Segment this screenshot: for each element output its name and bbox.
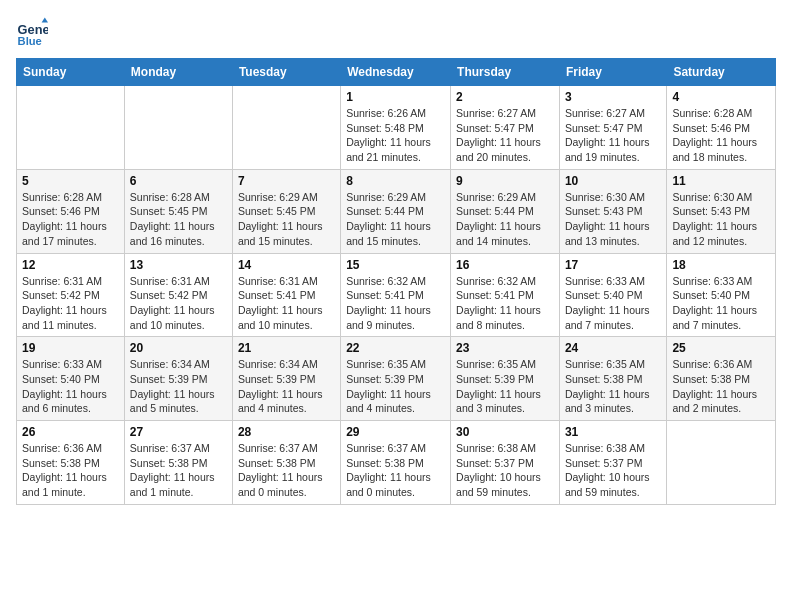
weekday-header-thursday: Thursday [451,59,560,86]
day-number: 9 [456,174,554,188]
day-info: Sunrise: 6:27 AM Sunset: 5:47 PM Dayligh… [456,106,554,165]
day-info: Sunrise: 6:30 AM Sunset: 5:43 PM Dayligh… [565,190,661,249]
day-number: 31 [565,425,661,439]
day-info: Sunrise: 6:31 AM Sunset: 5:42 PM Dayligh… [130,274,227,333]
day-info: Sunrise: 6:34 AM Sunset: 5:39 PM Dayligh… [238,357,335,416]
day-info: Sunrise: 6:29 AM Sunset: 5:44 PM Dayligh… [346,190,445,249]
calendar-cell: 23Sunrise: 6:35 AM Sunset: 5:39 PM Dayli… [451,337,560,421]
weekday-header-tuesday: Tuesday [232,59,340,86]
day-number: 8 [346,174,445,188]
calendar-cell: 10Sunrise: 6:30 AM Sunset: 5:43 PM Dayli… [559,169,666,253]
day-number: 29 [346,425,445,439]
calendar-cell: 6Sunrise: 6:28 AM Sunset: 5:45 PM Daylig… [124,169,232,253]
calendar-cell: 29Sunrise: 6:37 AM Sunset: 5:38 PM Dayli… [341,421,451,505]
day-number: 4 [672,90,770,104]
weekday-header-row: SundayMondayTuesdayWednesdayThursdayFrid… [17,59,776,86]
day-info: Sunrise: 6:32 AM Sunset: 5:41 PM Dayligh… [456,274,554,333]
day-number: 14 [238,258,335,272]
calendar-cell: 21Sunrise: 6:34 AM Sunset: 5:39 PM Dayli… [232,337,340,421]
day-number: 24 [565,341,661,355]
day-number: 16 [456,258,554,272]
day-number: 27 [130,425,227,439]
day-info: Sunrise: 6:38 AM Sunset: 5:37 PM Dayligh… [565,441,661,500]
calendar-week-row: 5Sunrise: 6:28 AM Sunset: 5:46 PM Daylig… [17,169,776,253]
svg-marker-2 [42,18,48,23]
day-number: 5 [22,174,119,188]
weekday-header-saturday: Saturday [667,59,776,86]
calendar-cell: 30Sunrise: 6:38 AM Sunset: 5:37 PM Dayli… [451,421,560,505]
day-info: Sunrise: 6:33 AM Sunset: 5:40 PM Dayligh… [565,274,661,333]
calendar-cell: 3Sunrise: 6:27 AM Sunset: 5:47 PM Daylig… [559,86,666,170]
day-info: Sunrise: 6:31 AM Sunset: 5:41 PM Dayligh… [238,274,335,333]
calendar-cell: 9Sunrise: 6:29 AM Sunset: 5:44 PM Daylig… [451,169,560,253]
weekday-header-monday: Monday [124,59,232,86]
calendar-cell: 31Sunrise: 6:38 AM Sunset: 5:37 PM Dayli… [559,421,666,505]
calendar-week-row: 12Sunrise: 6:31 AM Sunset: 5:42 PM Dayli… [17,253,776,337]
day-number: 7 [238,174,335,188]
day-info: Sunrise: 6:30 AM Sunset: 5:43 PM Dayligh… [672,190,770,249]
day-info: Sunrise: 6:27 AM Sunset: 5:47 PM Dayligh… [565,106,661,165]
day-info: Sunrise: 6:28 AM Sunset: 5:46 PM Dayligh… [22,190,119,249]
calendar-cell: 16Sunrise: 6:32 AM Sunset: 5:41 PM Dayli… [451,253,560,337]
calendar-cell: 24Sunrise: 6:35 AM Sunset: 5:38 PM Dayli… [559,337,666,421]
calendar-cell: 2Sunrise: 6:27 AM Sunset: 5:47 PM Daylig… [451,86,560,170]
day-info: Sunrise: 6:37 AM Sunset: 5:38 PM Dayligh… [346,441,445,500]
day-info: Sunrise: 6:32 AM Sunset: 5:41 PM Dayligh… [346,274,445,333]
weekday-header-wednesday: Wednesday [341,59,451,86]
day-info: Sunrise: 6:38 AM Sunset: 5:37 PM Dayligh… [456,441,554,500]
day-number: 11 [672,174,770,188]
calendar-cell: 17Sunrise: 6:33 AM Sunset: 5:40 PM Dayli… [559,253,666,337]
calendar-cell: 27Sunrise: 6:37 AM Sunset: 5:38 PM Dayli… [124,421,232,505]
day-number: 28 [238,425,335,439]
calendar-cell: 18Sunrise: 6:33 AM Sunset: 5:40 PM Dayli… [667,253,776,337]
calendar-table: SundayMondayTuesdayWednesdayThursdayFrid… [16,58,776,505]
calendar-cell: 19Sunrise: 6:33 AM Sunset: 5:40 PM Dayli… [17,337,125,421]
day-number: 6 [130,174,227,188]
logo-icon: General Blue [16,16,48,48]
day-number: 22 [346,341,445,355]
calendar-cell: 8Sunrise: 6:29 AM Sunset: 5:44 PM Daylig… [341,169,451,253]
day-number: 13 [130,258,227,272]
calendar-cell: 25Sunrise: 6:36 AM Sunset: 5:38 PM Dayli… [667,337,776,421]
day-info: Sunrise: 6:28 AM Sunset: 5:46 PM Dayligh… [672,106,770,165]
calendar-cell: 14Sunrise: 6:31 AM Sunset: 5:41 PM Dayli… [232,253,340,337]
day-info: Sunrise: 6:35 AM Sunset: 5:39 PM Dayligh… [346,357,445,416]
day-number: 2 [456,90,554,104]
day-info: Sunrise: 6:29 AM Sunset: 5:44 PM Dayligh… [456,190,554,249]
weekday-header-friday: Friday [559,59,666,86]
day-number: 18 [672,258,770,272]
day-number: 21 [238,341,335,355]
calendar-cell: 4Sunrise: 6:28 AM Sunset: 5:46 PM Daylig… [667,86,776,170]
day-number: 23 [456,341,554,355]
day-info: Sunrise: 6:36 AM Sunset: 5:38 PM Dayligh… [672,357,770,416]
day-info: Sunrise: 6:26 AM Sunset: 5:48 PM Dayligh… [346,106,445,165]
calendar-cell: 15Sunrise: 6:32 AM Sunset: 5:41 PM Dayli… [341,253,451,337]
day-number: 19 [22,341,119,355]
day-info: Sunrise: 6:35 AM Sunset: 5:38 PM Dayligh… [565,357,661,416]
calendar-cell: 5Sunrise: 6:28 AM Sunset: 5:46 PM Daylig… [17,169,125,253]
day-info: Sunrise: 6:34 AM Sunset: 5:39 PM Dayligh… [130,357,227,416]
calendar-cell [232,86,340,170]
day-number: 30 [456,425,554,439]
weekday-header-sunday: Sunday [17,59,125,86]
calendar-cell [17,86,125,170]
calendar-week-row: 26Sunrise: 6:36 AM Sunset: 5:38 PM Dayli… [17,421,776,505]
day-info: Sunrise: 6:31 AM Sunset: 5:42 PM Dayligh… [22,274,119,333]
day-number: 12 [22,258,119,272]
calendar-cell: 13Sunrise: 6:31 AM Sunset: 5:42 PM Dayli… [124,253,232,337]
day-number: 15 [346,258,445,272]
calendar-week-row: 1Sunrise: 6:26 AM Sunset: 5:48 PM Daylig… [17,86,776,170]
calendar-cell: 22Sunrise: 6:35 AM Sunset: 5:39 PM Dayli… [341,337,451,421]
calendar-cell: 1Sunrise: 6:26 AM Sunset: 5:48 PM Daylig… [341,86,451,170]
calendar-week-row: 19Sunrise: 6:33 AM Sunset: 5:40 PM Dayli… [17,337,776,421]
day-number: 1 [346,90,445,104]
calendar-cell: 28Sunrise: 6:37 AM Sunset: 5:38 PM Dayli… [232,421,340,505]
calendar-cell: 26Sunrise: 6:36 AM Sunset: 5:38 PM Dayli… [17,421,125,505]
day-number: 3 [565,90,661,104]
day-number: 25 [672,341,770,355]
day-number: 26 [22,425,119,439]
day-number: 20 [130,341,227,355]
logo: General Blue [16,16,54,48]
day-info: Sunrise: 6:37 AM Sunset: 5:38 PM Dayligh… [130,441,227,500]
svg-text:Blue: Blue [18,35,42,47]
